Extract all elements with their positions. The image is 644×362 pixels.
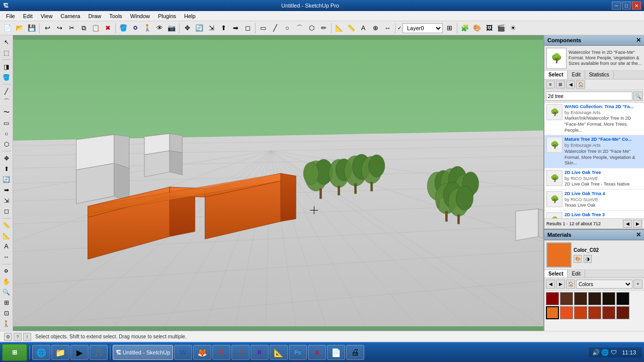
zoom-window-tool[interactable]: ⊞ bbox=[2, 298, 12, 308]
pan-tool[interactable]: ✋ bbox=[2, 277, 12, 287]
save-button[interactable]: 💾 bbox=[26, 23, 37, 34]
mat-edit-field[interactable] bbox=[585, 270, 644, 278]
protractor-button[interactable]: 📏 bbox=[346, 23, 357, 34]
orbit-tool[interactable]: ⭘ bbox=[2, 266, 12, 276]
walk-tool[interactable]: 🚶 bbox=[2, 319, 12, 329]
next-results-button[interactable]: ▶ bbox=[633, 220, 642, 228]
rotate-tool[interactable]: 🔄 bbox=[2, 174, 12, 184]
comp-item-1[interactable]: 🌳 WANG Collection: Trna 2D "Fa... by Ent… bbox=[544, 103, 644, 135]
offset-button[interactable]: ◻ bbox=[242, 23, 253, 34]
swatch-4[interactable] bbox=[588, 292, 601, 305]
swatch-12[interactable] bbox=[616, 306, 629, 319]
scenes-button[interactable]: 🎬 bbox=[496, 23, 507, 34]
taskbar-word[interactable]: W bbox=[174, 345, 192, 360]
freehand-button[interactable]: ✏ bbox=[318, 23, 329, 34]
mat-tab-select[interactable]: Select bbox=[544, 270, 568, 278]
orbit-button[interactable]: ⭘ bbox=[130, 23, 141, 34]
taskbar-acrobat[interactable]: A bbox=[308, 345, 326, 360]
erase-button[interactable]: ✖ bbox=[102, 23, 113, 34]
menu-file[interactable]: File bbox=[2, 12, 19, 20]
move-tool[interactable]: ✥ bbox=[2, 153, 12, 163]
protractor-tool[interactable]: 📐 bbox=[2, 231, 12, 241]
zoom-extents-tool[interactable]: ⊡ bbox=[2, 309, 12, 318]
move-button[interactable]: ✥ bbox=[182, 23, 193, 34]
select-tool[interactable]: ↖ bbox=[2, 37, 12, 47]
swatch-9[interactable] bbox=[574, 306, 587, 319]
circle-tool[interactable]: ○ bbox=[2, 129, 12, 138]
tray-volume[interactable]: 🔊 bbox=[592, 348, 600, 356]
taskbar-winamp[interactable]: 🎵 bbox=[90, 345, 108, 360]
swatch-8[interactable] bbox=[560, 306, 573, 319]
open-button[interactable]: 📂 bbox=[14, 23, 25, 34]
mat-tab-edit[interactable]: Edit bbox=[568, 270, 585, 278]
components-search-input[interactable] bbox=[546, 92, 632, 101]
3d-viewport[interactable] bbox=[13, 35, 543, 331]
menu-window[interactable]: Window bbox=[126, 12, 154, 20]
swatch-10[interactable] bbox=[588, 306, 601, 319]
rect-button[interactable]: ▭ bbox=[258, 23, 269, 34]
materials-button[interactable]: 🎨 bbox=[471, 23, 482, 34]
text-button[interactable]: A bbox=[358, 23, 369, 34]
rotate-button[interactable]: 🔄 bbox=[194, 23, 205, 34]
components-button[interactable]: 🧩 bbox=[459, 23, 470, 34]
text-tool[interactable]: A bbox=[2, 242, 12, 251]
menu-tools[interactable]: Tools bbox=[105, 12, 126, 20]
layer-select[interactable]: Layer0 bbox=[403, 23, 443, 33]
nav-back-button[interactable]: ◀ bbox=[566, 80, 575, 88]
taskbar-autocad[interactable]: A bbox=[231, 345, 250, 360]
start-button[interactable]: ⊞ bbox=[2, 344, 27, 361]
minimize-button[interactable]: ─ bbox=[612, 2, 621, 10]
select-lasso-tool[interactable]: ⬚ bbox=[2, 48, 12, 57]
polygon-button[interactable]: ⬡ bbox=[306, 23, 317, 34]
walk-button[interactable]: 🚶 bbox=[142, 23, 153, 34]
swatch-3[interactable] bbox=[574, 292, 587, 305]
swatch-5[interactable] bbox=[602, 292, 615, 305]
comp-item-2[interactable]: 🌳 Mature Tree 2D "Face-Me" Co... by Ento… bbox=[544, 135, 644, 168]
status-icon-1[interactable]: ⚙ bbox=[4, 333, 12, 341]
taskbar-ie[interactable]: 🌐 bbox=[32, 345, 50, 360]
mat-home-button[interactable]: 🏠 bbox=[566, 280, 575, 289]
styles-button[interactable]: 🖼 bbox=[484, 23, 495, 34]
taskbar-powerpoint[interactable]: P bbox=[212, 345, 230, 360]
mat-edit-color-button[interactable]: 🎨 bbox=[574, 255, 582, 263]
menu-plugins[interactable]: Plugins bbox=[154, 12, 180, 20]
push-pull-tool[interactable]: ⬆ bbox=[2, 164, 12, 173]
status-icon-3[interactable]: ! bbox=[23, 333, 31, 341]
taskbar-explorer[interactable]: 📁 bbox=[51, 345, 69, 360]
taskbar-misc1[interactable]: 📄 bbox=[327, 345, 345, 360]
swatch-1[interactable] bbox=[546, 292, 559, 305]
axes-button[interactable]: ⊕ bbox=[370, 23, 381, 34]
components-close-button[interactable]: ✕ bbox=[636, 37, 641, 44]
view-grid-button[interactable]: ⊞ bbox=[556, 80, 565, 88]
comp-item-4[interactable]: 🌳 2D Live Oak Trna 4 by RICO SUAVE Texas… bbox=[544, 190, 644, 211]
shadows-button[interactable]: ☀ bbox=[508, 23, 519, 34]
taskbar-revit[interactable]: R bbox=[251, 345, 269, 360]
copy-button[interactable]: ⧉ bbox=[78, 23, 89, 34]
offset-tool[interactable]: ◻ bbox=[2, 207, 12, 216]
tray-network[interactable]: 🌐 bbox=[601, 348, 609, 356]
close-button[interactable]: ✕ bbox=[632, 2, 641, 10]
follow-me-tool[interactable]: ➡ bbox=[2, 185, 12, 195]
taskbar-media[interactable]: ▶ bbox=[70, 345, 89, 360]
push-pull-button[interactable]: ⬆ bbox=[218, 23, 229, 34]
menu-edit[interactable]: Edit bbox=[19, 12, 37, 20]
components-search-button[interactable]: 🔍 bbox=[633, 92, 642, 101]
arc-button[interactable]: ⌒ bbox=[294, 23, 305, 34]
swatch-11[interactable] bbox=[602, 306, 615, 319]
taskbar-firefox[interactable]: 🦊 bbox=[193, 345, 211, 360]
status-icon-2[interactable]: ? bbox=[14, 333, 22, 341]
line-button[interactable]: ╱ bbox=[270, 23, 281, 34]
maximize-button[interactable]: □ bbox=[622, 2, 631, 10]
circle-button[interactable]: ○ bbox=[282, 23, 293, 34]
mat-category-select[interactable]: Colors Materials Brick and Cladding Ston… bbox=[576, 280, 632, 289]
tape-measure-tool[interactable]: 📏 bbox=[2, 221, 12, 230]
swatch-6[interactable] bbox=[616, 292, 629, 305]
mat-next-button[interactable]: ▶ bbox=[556, 280, 565, 289]
materials-close-button[interactable]: ✕ bbox=[636, 231, 641, 238]
mat-prev-button[interactable]: ◀ bbox=[546, 280, 555, 289]
paint-button[interactable]: 🪣 bbox=[118, 23, 129, 34]
tab-select[interactable]: Select bbox=[544, 71, 568, 79]
paste-button[interactable]: 📋 bbox=[90, 23, 101, 34]
dim-tool[interactable]: ↔ bbox=[2, 252, 12, 262]
position-camera-button[interactable]: 📷 bbox=[166, 23, 177, 34]
